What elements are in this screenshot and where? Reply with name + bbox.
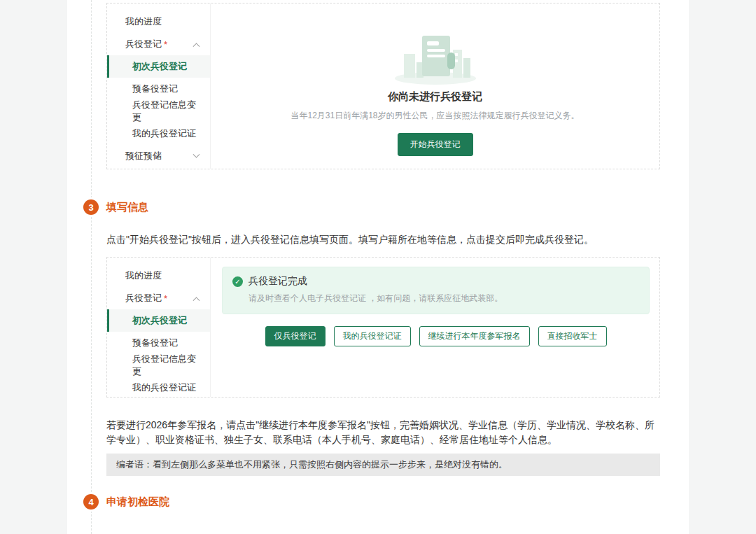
empty-state-subtitle: 当年12月31日前年满18岁的男性公民，应当按照法律规定履行兵役登记义务。 (290, 110, 579, 122)
sidebar-item-label: 兵役登记信息变更 (132, 353, 199, 378)
sidebar-item-first-registration[interactable]: 初次兵役登记 (107, 309, 210, 332)
action-button-row: 仅兵役登记 我的兵役登记证 继续进行本年度参军报名 直接招收军士 (222, 326, 650, 346)
required-asterisk: * (164, 39, 167, 50)
sidebar-item-label: 兵役登记信息变更 (132, 99, 199, 124)
sidebar-item-my-progress[interactable]: 我的进度 (107, 265, 210, 287)
success-subtitle: 请及时查看个人电子兵役登记证 ，如有问题，请联系应征地武装部。 (248, 293, 639, 304)
sidebar-item-my-certificate[interactable]: 我的兵役登记证 (107, 377, 210, 399)
sidebar-menu: 我的进度 兵役登记* 初次兵役登记 预备役登记 兵役登记信息变更 我的兵役登记证… (107, 3, 211, 169)
sidebar-item-label: 初次兵役登记 (132, 314, 187, 327)
sidebar-item-military-registration[interactable]: 兵役登记* (107, 33, 210, 55)
required-asterisk: * (164, 293, 167, 304)
step-3-title: 填写信息 (106, 201, 148, 214)
registration-panel-completed-state: 我的进度 兵役登记* 初次兵役登记 预备役登记 兵役登记信息变更 我的兵役登记证 (106, 257, 660, 398)
sidebar-item-label: 我的进度 (125, 269, 162, 282)
step-3-heading: 3 填写信息 (83, 199, 148, 215)
chevron-down-icon (193, 150, 200, 157)
sidebar-item-info-change[interactable]: 兵役登记信息变更 (107, 100, 210, 122)
editor-note: 编者语：看到左侧那么多菜单也不用紧张，只需按照右侧内容的提示一步步来，是绝对没有… (106, 454, 660, 476)
direct-nco-recruit-button[interactable]: 直接招收军士 (538, 326, 607, 346)
sidebar-item-label: 兵役登记 (125, 292, 162, 304)
sidebar-item-military-registration[interactable]: 兵役登记* (107, 287, 210, 309)
sidebar-menu: 我的进度 兵役登记* 初次兵役登记 预备役登记 兵役登记信息变更 我的兵役登记证 (107, 258, 211, 397)
empty-state-title: 你尚未进行兵役登记 (388, 90, 482, 104)
sidebar-item-label: 初次兵役登记 (132, 60, 187, 73)
chevron-up-icon (193, 297, 200, 304)
continue-enlistment-button[interactable]: 继续进行本年度参军报名 (419, 326, 530, 346)
check-circle-icon: ✓ (232, 276, 243, 287)
success-banner: ✓ 兵役登记完成 请及时查看个人电子兵役登记证 ，如有问题，请联系应征地武装部。 (222, 267, 650, 314)
sidebar-item-label: 我的兵役登记证 (132, 127, 196, 140)
step-4-heading: 4 申请初检医院 (83, 494, 169, 510)
sidebar-item-pre-recruitment[interactable]: 预征预储 (107, 145, 210, 167)
success-title: 兵役登记完成 (248, 275, 307, 288)
sidebar-item-reserve-registration[interactable]: 预备役登记 (107, 78, 210, 100)
my-certificate-button[interactable]: 我的兵役登记证 (334, 326, 411, 346)
sidebar-item-my-progress[interactable]: 我的进度 (107, 10, 210, 33)
chevron-up-icon (193, 43, 200, 50)
empty-state-area: 你尚未进行兵役登记 当年12月31日前年满18岁的男性公民，应当按照法律规定履行… (211, 3, 659, 169)
only-registration-button[interactable]: 仅兵役登记 (265, 326, 326, 346)
sidebar-item-label: 兵役登记 (125, 38, 162, 50)
registration-panel-empty-state: 我的进度 兵役登记* 初次兵役登记 预备役登记 兵役登记信息变更 我的兵役登记证… (106, 3, 660, 169)
sidebar-item-label: 预征预储 (125, 150, 162, 162)
step-3-description: 点击"开始兵役登记"按钮后，进入兵役登记信息填写页面。填写户籍所在地等信息，点击… (106, 232, 660, 247)
sidebar-item-label: 预备役登记 (132, 337, 178, 349)
sidebar-item-label: 我的进度 (125, 15, 162, 28)
sidebar-item-info-change[interactable]: 兵役登记信息变更 (107, 354, 210, 377)
step-connector-line (91, 0, 92, 534)
sidebar-item-first-registration[interactable]: 初次兵役登记 (107, 55, 210, 78)
sidebar-item-reserve-registration[interactable]: 预备役登记 (107, 332, 210, 354)
empty-state-illustration (383, 31, 488, 86)
step-3-badge: 3 (83, 199, 99, 215)
step-4-title: 申请初检医院 (106, 496, 169, 509)
sidebar-item-label: 预备役登记 (132, 83, 178, 95)
completed-state-area: ✓ 兵役登记完成 请及时查看个人电子兵役登记证 ，如有问题，请联系应征地武装部。… (211, 258, 659, 397)
sidebar-item-label: 我的兵役登记证 (132, 381, 196, 394)
start-registration-button[interactable]: 开始兵役登记 (398, 133, 473, 156)
sidebar-item-my-certificate[interactable]: 我的兵役登记证 (107, 122, 210, 145)
page-content: 我的进度 兵役登记* 初次兵役登记 预备役登记 兵役登记信息变更 我的兵役登记证… (67, 0, 689, 534)
enlistment-instructions: 若要进行2026年参军报名，请点击"继续进行本年度参军报名"按钮，完善婚姻状况、… (106, 418, 660, 447)
step-4-badge: 4 (83, 494, 99, 510)
